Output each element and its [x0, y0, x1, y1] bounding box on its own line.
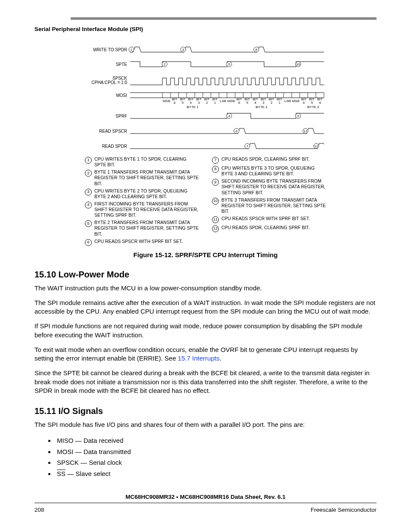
svg-text:3: 3: [198, 101, 200, 105]
svg-text:2: 2: [271, 101, 273, 105]
legend-marker: 9: [212, 179, 219, 186]
svg-text:BYTE 1: BYTE 1: [187, 105, 199, 109]
legend-item: 8CPU WRITES BYTE 3 TO SPDR, QUEUEING BYT…: [212, 165, 326, 177]
page-footer: MC68HC908MR32 • MC68HC908MR16 Data Sheet…: [34, 494, 377, 513]
svg-text:2: 2: [164, 62, 166, 66]
legend-text: SECOND INCOMING BYTE TRANSFERS FROM SHIF…: [221, 178, 326, 195]
company-name: Freescale Semiconductor: [311, 507, 377, 513]
legend-text: CPU WRITES BYTE 2 TO SPDR, QUEUEING BYTE…: [94, 188, 199, 199]
legend-item: 10BYTE 3 TRANSFERS FROM TRANSMIT DATA RE…: [212, 197, 326, 214]
legend-marker: 6: [85, 239, 92, 246]
section-15-11-title: 15.11 I/O Signals: [34, 406, 377, 416]
running-header: Serial Peripheral Interface Module (SPI): [34, 26, 377, 32]
legend-marker: 2: [85, 170, 92, 177]
legend-text: CPU READS SPSCR WITH SPRF BIT SET.: [94, 239, 199, 246]
xref-15-7-interrupts[interactable]: 15.7 Interrupts: [178, 355, 220, 362]
svg-text:LSB: LSB: [284, 99, 291, 103]
svg-text:5: 5: [246, 101, 249, 105]
svg-text:1: 1: [214, 101, 216, 105]
label-mosi: MOSI: [116, 93, 127, 98]
p-15-10-4: To exit wait mode when an overflow condi…: [34, 345, 377, 363]
legend-item: 9SECOND INCOMING BYTE TRANSFERS FROM SHI…: [212, 178, 326, 195]
svg-text:3: 3: [182, 48, 184, 52]
svg-text:12: 12: [314, 144, 318, 148]
section-15-10-title: 15.10 Low-Power Mode: [34, 270, 377, 280]
svg-text:BYTE 3: BYTE 3: [307, 105, 319, 109]
svg-text:MSB: MSB: [292, 99, 299, 103]
legend-marker: 5: [85, 220, 92, 227]
legend-marker: 12: [212, 225, 219, 232]
io-pin-item: MISO — Data received: [55, 435, 377, 446]
top-accent-bar: [71, 17, 377, 20]
legend-text: CPU WRITES BYTE 3 TO SPDR, QUEUEING BYTE…: [221, 165, 326, 177]
legend-item: 6CPU READS SPSCR WITH SPRF BIT SET.: [85, 239, 199, 246]
legend-item: 1CPU WRITES BYTE 1 TO SPDR, CLEARING SPT…: [85, 156, 199, 168]
legend-text: BYTE 1 TRANSFERS FROM TRANSMIT DATA REGI…: [94, 169, 199, 186]
legend-text: CPU WRITES BYTE 1 TO SPDR, CLEARING SPTE…: [94, 156, 199, 168]
figure-legend: 1CPU WRITES BYTE 1 TO SPDR, CLEARING SPT…: [85, 156, 326, 248]
legend-marker: 7: [212, 157, 219, 164]
legend-text: FIRST INCOMING BYTE TRANSFERS FROM SHIFT…: [94, 201, 199, 218]
svg-text:6: 6: [174, 101, 176, 105]
p-15-10-5: Since the SPTE bit cannot be cleared dur…: [34, 369, 377, 395]
legend-marker: 11: [212, 216, 219, 223]
svg-text:3: 3: [262, 101, 265, 105]
svg-text:5: 5: [228, 62, 230, 66]
io-pin-item: MOSI — Data transmitted: [55, 446, 377, 457]
legend-text: CPU READS SPSCR WITH SPRF BIT SET.: [221, 216, 326, 223]
figure-caption: Figure 15-12. SPRF/SPTE CPU Interrupt Ti…: [34, 251, 377, 258]
svg-text:BYTE 2: BYTE 2: [255, 105, 268, 109]
legend-text: CPU READS SPDR, CLEARING SPRF BIT.: [221, 225, 326, 232]
timing-diagram: .lbl { font: 10px Arial; text-anchor: en…: [85, 44, 326, 156]
legend-marker: 1: [85, 157, 92, 164]
page-number: 208: [34, 507, 44, 513]
svg-text:10: 10: [296, 62, 300, 66]
io-pin-list: MISO — Data receivedMOSI — Data transmit…: [34, 435, 377, 479]
legend-text: BYTE 3 TRANSFERS FROM TRANSMIT DATA REGI…: [221, 197, 326, 214]
figure-15-12: .lbl { font: 10px Arial; text-anchor: en…: [85, 44, 326, 248]
legend-item: 7CPU READS SPDR, CLEARING SPRF BIT.: [212, 156, 326, 164]
svg-text:6: 6: [236, 129, 238, 133]
p-15-10-3: If SPI module functions are not required…: [34, 322, 377, 339]
legend-text: CPU READS SPDR, CLEARING SPRF BIT.: [221, 156, 326, 164]
label-write-spdr: WRITE TO SPDR: [93, 47, 127, 52]
svg-text:4: 4: [190, 101, 192, 105]
label-read-spdr: READ SPDR: [102, 144, 127, 149]
svg-text:9: 9: [297, 114, 299, 118]
label-sprf: SPRF: [115, 114, 127, 118]
label-read-spscr: READ SPSCR: [99, 129, 127, 134]
legend-item: 2BYTE 1 TRANSFERS FROM TRANSMIT DATA REG…: [85, 169, 199, 186]
legend-marker: 4: [85, 202, 92, 208]
svg-text:8: 8: [255, 48, 258, 52]
p-15-10-1: The WAIT instruction puts the MCU in a l…: [34, 284, 377, 292]
svg-text:2: 2: [206, 101, 208, 105]
svg-text:4: 4: [228, 114, 230, 118]
svg-text:4: 4: [319, 101, 321, 105]
svg-text:7: 7: [246, 144, 249, 148]
svg-text:1: 1: [279, 101, 281, 105]
footer-doc-title: MC68HC908MR32 • MC68HC908MR16 Data Sheet…: [34, 494, 377, 500]
svg-text:4: 4: [254, 101, 256, 105]
svg-text:6: 6: [303, 101, 305, 105]
legend-text: BYTE 2 TRANSFERS FROM TRANSMIT DATA REGI…: [94, 220, 199, 236]
svg-text:5: 5: [182, 101, 184, 105]
svg-text:MSB: MSB: [227, 99, 235, 103]
svg-text:MSB: MSB: [163, 99, 170, 103]
legend-marker: 8: [212, 166, 219, 173]
io-pin-item: SPSCK — Serial clock: [55, 457, 377, 468]
p-15-10-2: The SPI module remains active after the …: [34, 299, 377, 316]
svg-text:6: 6: [238, 101, 240, 105]
svg-text:5: 5: [311, 101, 313, 105]
legend-item: 11CPU READS SPSCR WITH SPRF BIT SET.: [212, 216, 326, 223]
svg-text:LSB: LSB: [220, 99, 226, 103]
legend-item: 4FIRST INCOMING BYTE TRANSFERS FROM SHIF…: [85, 201, 199, 218]
legend-item: 5BYTE 2 TRANSFERS FROM TRANSMIT DATA REG…: [85, 220, 199, 236]
legend-item: 3CPU WRITES BYTE 2 TO SPDR, QUEUEING BYT…: [85, 188, 199, 199]
svg-text:1: 1: [131, 48, 133, 52]
p-15-11-intro: The SPI module has five I/O pins and sha…: [34, 420, 377, 429]
io-pin-item: SS — Slave select: [55, 468, 377, 479]
svg-text:11: 11: [304, 129, 308, 133]
legend-marker: 10: [212, 198, 219, 205]
label-spte: SPTE: [116, 62, 127, 67]
legend-item: 12CPU READS SPDR, CLEARING SPRF BIT.: [212, 225, 326, 232]
